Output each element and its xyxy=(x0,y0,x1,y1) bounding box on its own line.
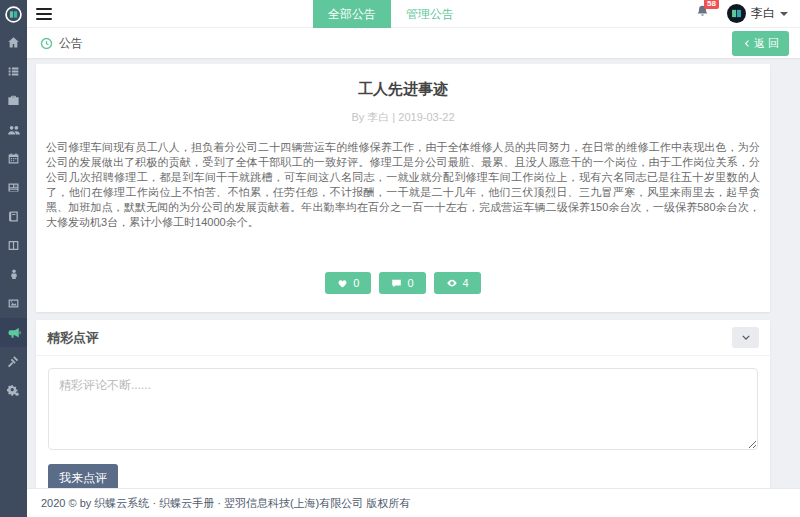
announcement-page-icon xyxy=(40,37,53,50)
comment-count: 0 xyxy=(407,277,413,289)
sidebar-item-announcements[interactable] xyxy=(0,318,27,347)
app-window: 全部公告 管理公告 58 李白 公告 xyxy=(0,0,800,517)
sidebar-item-columns[interactable] xyxy=(0,231,27,260)
copyright-text: 2020 © by 织蝶云系统 · 织蝶云手册 · 翌羽信息科技(上海)有限公司… xyxy=(41,496,410,511)
announcement-article-card: 工人先进事迹 By 李白 | 2019-03-22 公司修理车间现有员工八人，担… xyxy=(36,64,770,312)
article-title: 工人先进事迹 xyxy=(46,80,760,99)
sidebar-item-notebook[interactable] xyxy=(0,202,27,231)
sidebar-toggle-icon[interactable] xyxy=(36,8,52,20)
columns-icon xyxy=(7,239,20,252)
sidebar-item-calendar[interactable] xyxy=(0,144,27,173)
notification-badge: 58 xyxy=(704,0,719,9)
team-icon xyxy=(7,123,21,137)
sidebar-item-team[interactable] xyxy=(0,115,27,144)
calendar-icon xyxy=(7,152,20,165)
top-header: 全部公告 管理公告 58 李白 xyxy=(27,0,800,28)
logo-icon xyxy=(5,6,22,23)
comment-section-title: 精彩点评 xyxy=(47,329,99,347)
tab-all-announcements[interactable]: 全部公告 xyxy=(313,0,391,28)
like-button[interactable]: 0 xyxy=(325,272,371,294)
breadcrumb-bar: 公告 返 回 xyxy=(27,28,800,58)
view-count-button[interactable]: 4 xyxy=(434,272,481,294)
user-menu[interactable]: 李白 xyxy=(727,4,788,23)
sidebar-item-image[interactable] xyxy=(0,289,27,318)
article-body: 公司修理车间现有员工八人，担负着分公司二十四辆营运车的维修保养工作，由于全体维修… xyxy=(46,140,760,230)
megaphone-icon xyxy=(7,326,21,340)
chevron-left-icon xyxy=(742,39,751,48)
comment-section-header: 精彩点评 xyxy=(36,320,770,356)
heart-icon xyxy=(337,278,348,289)
view-count: 4 xyxy=(463,277,469,289)
main-area: 全部公告 管理公告 58 李白 公告 xyxy=(27,0,800,517)
sidebar xyxy=(0,0,27,517)
sidebar-item-audit[interactable] xyxy=(0,347,27,376)
image-icon xyxy=(7,297,20,310)
eye-icon xyxy=(446,277,458,289)
sidebar-item-settings[interactable] xyxy=(0,376,27,405)
page-footer: 2020 © by 织蝶云系统 · 织蝶云手册 · 翌羽信息科技(上海)有限公司… xyxy=(27,488,800,517)
sidebar-item-person[interactable] xyxy=(0,260,27,289)
briefcase-icon xyxy=(7,94,20,107)
article-byline: By 李白 | 2019-03-22 xyxy=(46,110,760,125)
avatar-logo-icon xyxy=(730,7,743,20)
notification-bell[interactable]: 58 xyxy=(695,4,710,23)
news-icon xyxy=(7,181,20,194)
page-content: 工人先进事迹 By 李白 | 2019-03-22 公司修理车间现有员工八人，担… xyxy=(27,58,800,488)
back-button[interactable]: 返 回 xyxy=(732,31,789,56)
announcement-tabs: 全部公告 管理公告 xyxy=(313,0,469,28)
comment-input[interactable] xyxy=(48,368,758,450)
comment-body: 我来点评 xyxy=(36,356,770,488)
comment-count-button[interactable]: 0 xyxy=(379,272,425,294)
home-icon xyxy=(7,36,20,49)
comment-section-card: 精彩点评 我来点评 xyxy=(36,320,770,488)
app-logo[interactable] xyxy=(0,0,27,28)
avatar xyxy=(727,4,746,23)
breadcrumb: 公告 xyxy=(59,35,83,52)
header-right: 58 李白 xyxy=(695,4,800,23)
article-stats: 0 0 4 xyxy=(46,272,760,294)
tab-manage-announcements[interactable]: 管理公告 xyxy=(391,0,469,28)
sidebar-item-projects[interactable] xyxy=(0,86,27,115)
list-icon xyxy=(7,65,20,78)
notebook-icon xyxy=(7,210,20,223)
sidebar-item-news[interactable] xyxy=(0,173,27,202)
gears-icon xyxy=(7,384,20,397)
chevron-down-icon xyxy=(741,333,751,343)
like-count: 0 xyxy=(353,277,359,289)
collapse-button[interactable] xyxy=(732,327,759,348)
caret-down-icon xyxy=(780,12,788,16)
comment-bubble-icon xyxy=(391,278,402,289)
user-name: 李白 xyxy=(751,5,775,22)
sidebar-item-home[interactable] xyxy=(0,28,27,57)
sidebar-item-list[interactable] xyxy=(0,57,27,86)
gavel-icon xyxy=(7,355,20,368)
person-icon xyxy=(8,268,20,281)
submit-comment-button[interactable]: 我来点评 xyxy=(48,464,118,488)
back-button-label: 返 回 xyxy=(754,36,779,51)
